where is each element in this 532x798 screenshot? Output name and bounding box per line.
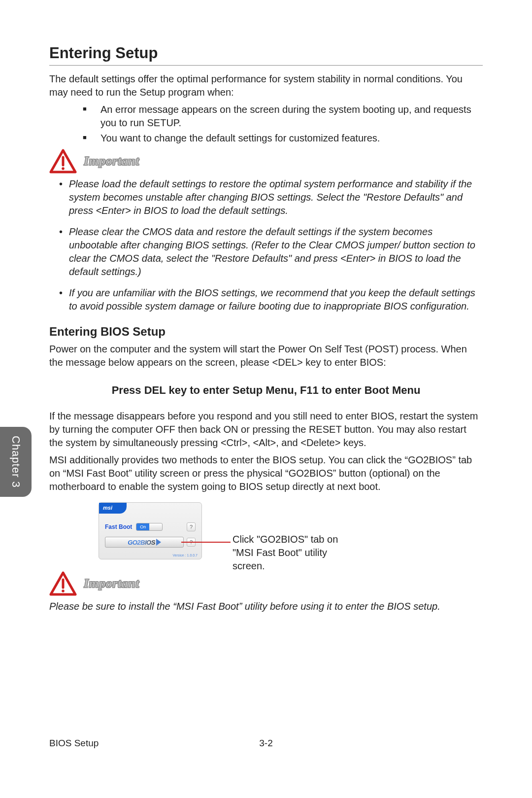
power-on-paragraph: Power on the computer and the system wil… bbox=[49, 343, 483, 369]
arrow-right-icon bbox=[156, 539, 161, 546]
important-label: Important bbox=[84, 154, 139, 169]
fastboot-label: Fast Boot bbox=[105, 523, 132, 530]
bullet-item: You want to change the default settings … bbox=[83, 132, 483, 145]
msi-fastboot-window: msi Fast Boot On ? GO2BIOS ? Version : 1… bbox=[99, 502, 202, 559]
callout-line bbox=[181, 542, 231, 543]
page-content: Entering Setup The default settings offe… bbox=[0, 0, 532, 643]
toggle-on-label: On bbox=[136, 523, 149, 530]
warning-triangle-icon bbox=[49, 571, 77, 596]
msi-brand-tab: msi bbox=[99, 503, 127, 514]
toggle-off-segment bbox=[149, 523, 162, 530]
svg-point-5 bbox=[62, 590, 65, 592]
important-heading-1: Important bbox=[49, 149, 483, 173]
important-2-note: Please be sure to install the “MSI Fast … bbox=[49, 600, 483, 613]
if-disappears-paragraph: If the message disappears before you res… bbox=[49, 410, 483, 450]
help-button[interactable]: ? bbox=[187, 522, 196, 531]
note-item: Please load the default settings to rest… bbox=[59, 177, 483, 217]
sub-heading-entering-bios: Entering BIOS Setup bbox=[49, 325, 483, 339]
chapter-tab: Chapter 3 bbox=[0, 427, 32, 497]
msi-methods-paragraph: MSI additionally provides two methods to… bbox=[49, 453, 483, 493]
intro-bullets: An error message appears on the screen d… bbox=[49, 103, 483, 145]
press-del-message: Press DEL key to enter Setup Menu, F11 t… bbox=[49, 384, 483, 397]
footer-page-number: 3-2 bbox=[259, 738, 272, 749]
intro-paragraph: The default settings offer the optimal p… bbox=[49, 72, 483, 99]
callout-text: Click "GO2BIOS" tab on "MSI Fast Boot" u… bbox=[233, 533, 361, 573]
page-footer: BIOS Setup 3-2 bbox=[49, 738, 483, 749]
note-item: If you are unfamiliar with the BIOS sett… bbox=[59, 286, 483, 313]
page-title: Entering Setup bbox=[49, 44, 483, 62]
fastboot-row: Fast Boot On ? bbox=[105, 521, 196, 532]
bullet-item: An error message appears on the screen d… bbox=[83, 103, 483, 130]
msi-fastboot-figure: msi Fast Boot On ? GO2BIOS ? Version : 1… bbox=[49, 502, 483, 566]
svg-point-2 bbox=[62, 167, 65, 170]
fastboot-toggle[interactable]: On bbox=[136, 523, 163, 531]
note-item: Please clear the CMOS data and restore t… bbox=[59, 225, 483, 278]
version-label: Version : 1.0.0.7 bbox=[172, 554, 198, 557]
important-heading-2: Important bbox=[49, 571, 483, 596]
go2bios-label: GO2BIOS bbox=[128, 539, 155, 546]
footer-section-title: BIOS Setup bbox=[49, 738, 99, 749]
warning-triangle-icon bbox=[49, 149, 77, 173]
chapter-tab-label: Chapter 3 bbox=[9, 436, 22, 488]
important-notes-1: Please load the default settings to rest… bbox=[49, 177, 483, 313]
go2bios-button[interactable]: GO2BIOS bbox=[105, 537, 184, 548]
heading-rule bbox=[49, 65, 483, 66]
important-label: Important bbox=[84, 576, 139, 591]
